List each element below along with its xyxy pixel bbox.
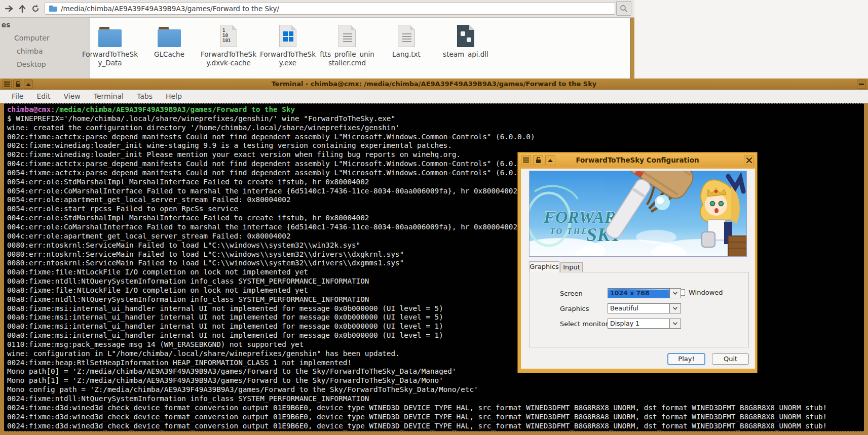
search-button[interactable] [616, 1, 631, 16]
file-manager-window: /media/chimba/AE9A39F49A39B9A3/games/For… [0, 0, 634, 78]
file-item[interactable]: ForwardToTheSky.exe [258, 22, 317, 67]
combo-screen[interactable]: 1024 x 768 [608, 288, 681, 298]
path-text: /media/chimba/AE9A39F49A39B9A3/games/For… [61, 5, 279, 13]
file-label: GLCache [140, 50, 199, 59]
field-label: Select monitor [560, 320, 608, 328]
combo-graphics[interactable]: Beautiful [608, 303, 681, 313]
minimize-icon[interactable] [857, 80, 866, 89]
file-item[interactable]: ftts_profile_uninstaller.cmd [318, 22, 376, 67]
file-list: ForwardToTheSky_DataGLCache110101Forward… [90, 18, 630, 78]
file-item[interactable]: Lang.txt [377, 22, 436, 59]
quit-button[interactable]: Quit [712, 353, 749, 365]
terminal-line: 0024:fixme:d3d:wined3d_check_device_form… [7, 422, 864, 431]
places-header: es [2, 21, 10, 29]
terminal-line: 002c:fixme:actctx:parse_depend_manifests… [7, 133, 864, 142]
terminal-line: 0024:fixme:d3d:wined3d_check_device_form… [7, 404, 864, 413]
field-row-select-monitor: Select monitorDisplay 1 [521, 319, 755, 329]
refresh-icon[interactable] [30, 4, 41, 14]
game-banner: FORWARD TO THE SKY [529, 171, 747, 257]
dialog-content: FORWARD TO THE SKY [521, 169, 755, 369]
terminal-line: Mono config path = 'Z:/media/chimba/AE9A… [7, 385, 864, 394]
terminal-prompt-line: chimba@cmx:/media/chimba/AE9A39F49A39B9A… [7, 105, 864, 114]
menu-terminal[interactable]: Terminal [87, 92, 130, 100]
combo-select-monitor[interactable]: Display 1 [608, 319, 681, 329]
terminal-titlebar[interactable]: Terminal - chimba@cmx: /media/chimba/AE9… [0, 78, 868, 90]
binary-file-icon: 110101 [220, 25, 237, 47]
play-button[interactable]: Play! [668, 353, 705, 365]
folder-icon [98, 27, 122, 47]
terminal-title: Terminal - chimba@cmx: /media/chimba/AE9… [0, 78, 868, 90]
combo-value: Display 1 [608, 319, 669, 328]
terminal-line: $ WINEPREFIX='/home/chimba/.local/share/… [7, 114, 864, 124]
file-item[interactable]: ForwardToTheSky_Data [81, 22, 139, 67]
menu-view[interactable]: View [57, 92, 87, 100]
terminal-line: wine: created the configuration director… [7, 124, 864, 133]
field-row-screen: Screen1024 x 768 [521, 288, 755, 298]
field-label: Screen [560, 290, 583, 297]
tab-input[interactable]: Input [560, 262, 583, 272]
windows-exe-icon [279, 25, 296, 47]
config-dialog: ForwardToTheSky Configuration [517, 152, 758, 373]
text-file-icon [338, 25, 356, 47]
menu-edit[interactable]: Edit [30, 92, 57, 100]
field-row-graphics: GraphicsBeautiful [521, 303, 755, 313]
file-label: ForwardToTheSky.exe [258, 50, 317, 67]
terminal-line: Mono path[1] = 'Z:/media/chimba/AE9A39F4… [7, 376, 864, 385]
background-window [634, 0, 868, 78]
file-label: steam_api.dll [436, 50, 495, 59]
file-item[interactable]: 110101ForwardToTheSky.dxvk-cache [199, 22, 258, 67]
field-label: Graphics [560, 305, 589, 312]
file-item[interactable]: steam_api.dll [436, 22, 495, 59]
places-sidebar: es ComputerchimbaDesktop [0, 18, 90, 78]
text-file-icon [398, 25, 415, 47]
path-bar[interactable]: /media/chimba/AE9A39F49A39B9A3/games/For… [45, 2, 615, 15]
dialog-titlebar[interactable]: ForwardToTheSky Configuration [519, 153, 756, 167]
file-item[interactable]: GLCache [140, 22, 199, 59]
menu-help[interactable]: Help [159, 92, 188, 100]
terminal-line: 0024:fixme:ntdll:NtQuerySystemInformatio… [7, 394, 864, 404]
terminal-menubar: FileEditViewTerminalTabsHelp [0, 90, 868, 103]
window-border [630, 18, 634, 78]
up-arrow-icon[interactable] [17, 4, 27, 14]
file-manager-body: es ComputerchimbaDesktop ForwardToTheSky… [0, 18, 634, 78]
folder-icon [49, 6, 57, 12]
sidebar-item-computer[interactable]: Computer [14, 34, 50, 42]
search-icon [620, 5, 628, 13]
terminal-line: 0024:fixme:d3d:wined3d_check_device_form… [7, 413, 864, 422]
dialog-title: ForwardToTheSky Configuration [519, 153, 756, 167]
tab-graphics[interactable]: Graphics [529, 261, 559, 272]
dll-file-icon [457, 25, 474, 47]
chevron-down-icon[interactable] [669, 304, 681, 313]
file-label: ForwardToTheSky.dxvk-cache [199, 50, 258, 67]
close-icon[interactable] [744, 155, 754, 165]
combo-value: Beautiful [608, 304, 669, 313]
chevron-down-icon[interactable] [669, 289, 681, 298]
sidebar-item-desktop[interactable]: Desktop [17, 60, 46, 68]
file-label: ForwardToTheSky_Data [81, 50, 139, 67]
chevron-down-icon[interactable] [669, 319, 681, 328]
menu-tabs[interactable]: Tabs [130, 92, 159, 100]
forward-arrow-icon[interactable] [4, 4, 14, 14]
file-label: Lang.txt [377, 50, 436, 59]
file-label: ftts_profile_uninstaller.cmd [318, 50, 376, 67]
combo-value: 1024 x 768 [608, 289, 669, 298]
sidebar-item-chimba[interactable]: chimba [17, 47, 43, 55]
terminal-line: 002c:fixme:winediag:loader_init wine-sta… [7, 141, 864, 150]
file-manager-toolbar: /media/chimba/AE9A39F49A39B9A3/games/For… [0, 0, 634, 18]
folder-icon [158, 27, 181, 47]
menu-file[interactable]: File [5, 92, 30, 100]
logo-word-2: TO THE [550, 227, 588, 235]
